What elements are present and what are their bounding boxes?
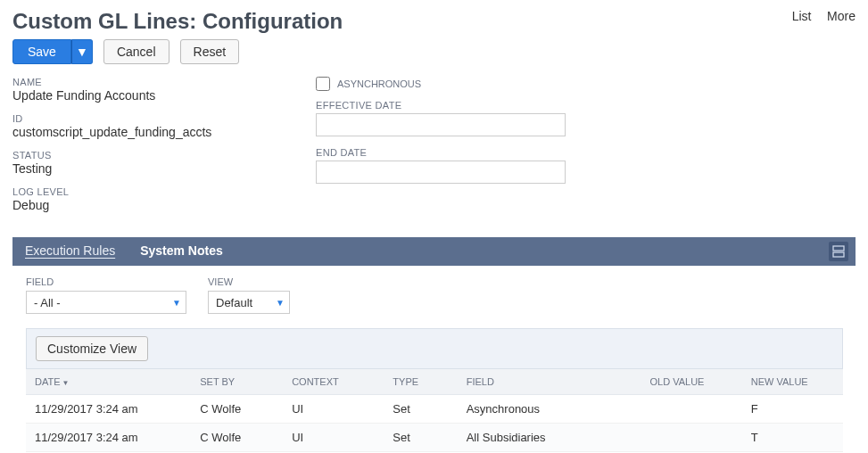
customize-view-button[interactable]: Customize View [36,336,148,361]
name-label: NAME [12,77,280,87]
cell-set-by: C Wolfe [191,395,283,424]
status-value: Testing [12,161,280,176]
col-set-by[interactable]: SET BY [191,369,283,395]
table-row: 11/29/2017 3:24 amC WolfeUISetAsynchrono… [26,395,843,424]
filter-field-label: FIELD [26,276,186,287]
tab-bar: Execution Rules System Notes [12,237,856,266]
col-new-value[interactable]: NEW VALUE [742,369,843,395]
system-notes-table: DATE▼ SET BY CONTEXT TYPE FIELD OLD VALU… [26,369,843,453]
effective-date-label: EFFECTIVE DATE [316,100,583,111]
col-date[interactable]: DATE▼ [26,369,191,395]
sort-desc-icon: ▼ [62,379,70,387]
cell-field: Asynchronous [458,395,641,424]
tab-system-notes[interactable]: System Notes [140,238,236,265]
asynchronous-label: ASYNCHRONOUS [337,78,421,89]
status-label: STATUS [12,150,280,161]
col-type[interactable]: TYPE [384,369,457,395]
cell-old-value [641,395,742,424]
reset-button[interactable]: Reset [180,39,240,64]
end-date-label: END DATE [316,147,583,158]
name-value: Update Funding Accounts [12,88,280,103]
asynchronous-checkbox[interactable] [316,77,330,91]
header-link-list[interactable]: List [792,9,812,23]
header-link-more[interactable]: More [827,9,856,23]
col-context[interactable]: CONTEXT [283,369,384,395]
tab-execution-rules[interactable]: Execution Rules [25,238,128,265]
loglevel-value: Debug [12,198,280,212]
effective-date-input[interactable] [316,113,566,136]
filter-view-select[interactable] [208,291,290,314]
svg-rect-1 [833,252,844,257]
cell-type: Set [384,424,457,452]
cell-old-value [641,424,742,452]
caret-down-icon: ▼ [76,45,88,59]
page-title: Custom GL Lines: Configuration [12,9,343,34]
save-button[interactable]: Save [12,39,71,64]
cell-date: 11/29/2017 3:24 am [26,395,191,424]
expand-panel-button[interactable] [829,242,848,261]
id-label: ID [12,113,280,124]
table-row: 11/29/2017 3:24 amC WolfeUISetAll Subsid… [26,424,843,452]
loglevel-label: LOG LEVEL [12,186,280,197]
cell-field: All Subsidiaries [458,424,641,452]
end-date-input[interactable] [316,161,566,184]
cancel-button[interactable]: Cancel [103,39,169,64]
cell-context: UI [283,395,384,424]
id-value: customscript_update_funding_accts [12,125,280,139]
svg-rect-0 [833,246,844,251]
cell-set-by: C Wolfe [191,424,283,452]
cell-context: UI [283,424,384,452]
cell-date: 11/29/2017 3:24 am [26,424,191,452]
save-dropdown-button[interactable]: ▼ [71,39,93,64]
col-field[interactable]: FIELD [458,369,641,395]
panel-icon [832,245,845,258]
cell-type: Set [384,395,457,424]
col-old-value[interactable]: OLD VALUE [641,369,742,395]
cell-new-value: F [742,395,843,424]
filter-view-label: VIEW [208,276,290,287]
cell-new-value: T [742,424,843,452]
filter-field-select[interactable] [26,291,186,314]
